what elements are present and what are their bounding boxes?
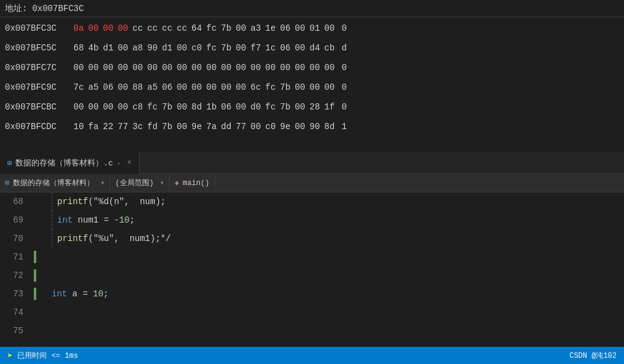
hex-byte: 0a [73,18,85,38]
hex-byte: fa [87,117,100,136]
code-line: 69int num1 = -10; [0,211,624,229]
hex-byte: 1 [338,117,350,136]
hex-byte: 10 [73,117,85,136]
hex-byte: 00 [235,77,247,97]
file-tab[interactable]: ⊞ 数据的存储（博客材料）.c ⬩ × [0,152,140,174]
hex-row: 0x007BFC3C0a000000cccccccc64fc7b00a31e06… [0,18,624,38]
line-content: printf("%d(n", num); [57,197,165,207]
hex-byte: 00 [220,77,232,97]
line-number: 75 [0,326,31,336]
hex-byte: 00 [205,58,218,77]
hex-byte: 00 [73,97,85,117]
hex-byte: 00 [102,58,114,77]
hex-byte: 7b [161,97,173,117]
hex-address: 0x007BFC3C [5,18,73,38]
file-selector-section[interactable]: ⊞ 数据的存储（博客材料） ▾ [0,174,110,192]
scope-selector-section[interactable]: (全局范围) ▾ [110,174,170,192]
hex-byte: 06 [161,77,173,97]
hex-byte: 7b [161,117,173,136]
code-editor: 68printf("%d(n", num);69int num1 = -10;7… [0,192,624,347]
file-selector-icon: ⊞ [5,178,9,188]
hex-address: 0x007BFC5C [5,38,73,58]
hex-byte: 00 [176,117,188,136]
hex-byte: 00 [117,38,129,58]
hex-byte: a3 [250,18,262,38]
hex-byte: 00 [323,58,336,77]
hex-byte: d1 [102,38,114,58]
hex-byte: d1 [161,38,173,58]
tab-file-icon: ⊞ [7,159,12,168]
hex-byte: f7 [250,38,262,58]
hex-byte: 77 [235,117,247,136]
hex-byte: 00 [87,58,100,77]
hex-byte: 00 [191,58,203,77]
hex-byte: 06 [220,97,232,117]
hex-row: 0x007BFCDC10fa22773cfd7b009e7add7700c09e… [0,117,624,136]
hex-byte: a8 [132,38,144,58]
hex-byte: 00 [117,58,129,77]
line-gutter [31,251,39,263]
hex-byte: c0 [191,38,203,58]
hex-byte: fd [146,117,159,136]
hex-byte: 00 [87,18,100,38]
hex-byte: 00 [294,97,306,117]
hex-byte: 06 [279,38,291,58]
code-line: 71 [0,248,624,266]
hex-byte: 00 [132,58,144,77]
line-vbar [52,192,52,211]
hex-byte: 0 [338,77,350,97]
hex-byte: 00 [102,97,114,117]
hex-byte: 3c [132,117,144,136]
hex-byte: dd [220,117,232,136]
hex-byte: cc [161,18,173,38]
tab-close-button[interactable]: × [127,159,132,167]
status-bar: ➤ 已用时间 <= 1ms CSDN @沌102 [0,347,624,364]
hex-byte: fc [205,38,218,58]
hex-byte: d4 [309,38,321,58]
address-value: 0x007BFC3C [32,4,84,14]
line-number: 71 [0,252,31,262]
line-gutter [31,288,39,300]
hex-byte: 00 [205,77,218,97]
hex-byte: 00 [309,77,321,97]
hex-byte: 7b [220,38,232,58]
status-watermark: CSDN @沌102 [569,350,617,361]
hex-byte: 1e [264,18,277,38]
hex-address: 0x007BFCDC [5,117,73,136]
hex-bytes: 684bd100a890d100c0fc7b00f71c0600d4cbd [73,38,350,58]
line-content: int a = 10; [52,289,108,299]
status-arrow-icon: ➤ [7,350,12,361]
hex-byte: a5 [87,77,100,97]
hex-byte: a5 [146,77,159,97]
hex-byte: fc [264,97,277,117]
line-vbar [52,211,52,229]
hex-byte: cc [146,18,159,38]
hex-byte: 00 [250,58,262,77]
address-bar: 地址: 0x007BFC3C [0,0,624,17]
hex-byte: 00 [117,97,129,117]
hex-byte: 00 [264,58,277,77]
hex-byte: 77 [117,117,129,136]
hex-byte: 6c [250,77,262,97]
hex-row: 0x007BFC5C684bd100a890d100c0fc7b00f71c06… [0,38,624,58]
hex-bytes: 00000000c8fc7b008d1b0600d0fc7b00281f0 [73,97,350,117]
tab-pin-icon[interactable]: ⬩ [117,159,121,167]
hex-row: 0x007BFCBC00000000c8fc7b008d1b0600d0fc7b… [0,97,624,117]
line-number: 68 [0,197,31,207]
hex-byte: 00 [235,18,247,38]
line-content: int num1 = -10; [57,215,135,225]
hex-byte: 0 [338,97,350,117]
hex-byte: 8d [323,117,336,136]
func-selector-icon: ◈ [175,178,179,188]
code-toolbar: ⊞ 数据的存储（博客材料） ▾ (全局范围) ▾ ◈ main() [0,174,624,192]
tab-label: 数据的存储（博客材料）.c [15,157,113,168]
line-content: printf("%u", num1);*/ [57,234,171,243]
func-selector-section[interactable]: ◈ main() [170,174,215,192]
hex-byte: 7c [73,77,85,97]
hex-byte: 00 [294,77,306,97]
file-selector-label: 数据的存储（博客材料） [13,178,94,188]
scope-selector-label: (全局范围) [115,178,153,188]
hex-byte: 00 [161,58,173,77]
hex-byte: 00 [176,38,188,58]
hex-byte: 1f [323,97,336,117]
